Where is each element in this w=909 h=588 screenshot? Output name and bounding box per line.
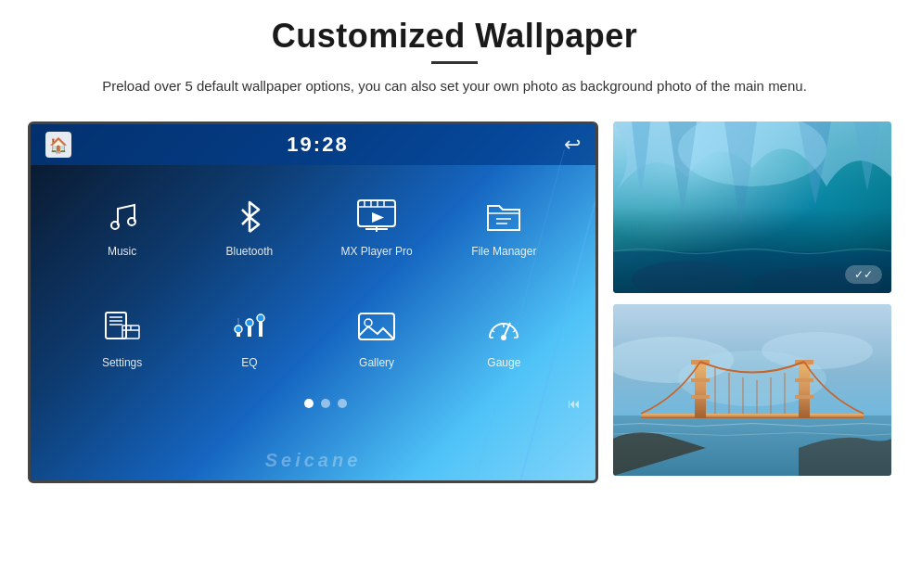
app-settings[interactable]: Settings (58, 295, 186, 378)
dot-2[interactable] (321, 399, 330, 408)
app-grid-row2: Settings (31, 276, 595, 388)
app-eq[interactable]: EQ (186, 295, 313, 378)
svg-point-39 (632, 261, 743, 293)
wallpaper-ice-cave[interactable]: ✓✓ (613, 121, 891, 293)
bluetooth-label: Bluetooth (226, 245, 274, 258)
dot-1[interactable] (304, 399, 314, 408)
eq-icon (226, 304, 273, 351)
svg-rect-51 (691, 378, 710, 382)
filemanager-icon (480, 193, 527, 239)
svg-point-28 (246, 319, 253, 326)
svg-line-38 (513, 330, 516, 332)
music-icon (99, 193, 146, 239)
wallpapers-column: ✓✓ (613, 121, 891, 476)
svg-rect-30 (359, 313, 394, 339)
svg-marker-8 (372, 212, 384, 223)
golden-gate-bg (613, 304, 891, 476)
gauge-label: Gauge (487, 356, 520, 369)
watermark: Seicane (265, 450, 362, 471)
app-filemanager[interactable]: File Manager (441, 184, 568, 267)
svg-rect-48 (641, 414, 864, 418)
svg-rect-56 (795, 395, 813, 399)
content-area: 🏠 19:28 ↩ Music (0, 107, 909, 492)
dot-3[interactable] (338, 399, 347, 408)
app-gallery[interactable]: Gallery (314, 295, 441, 378)
app-music[interactable]: Music (58, 184, 186, 267)
svg-point-33 (501, 335, 506, 340)
app-mxplayer[interactable]: MX Player Pro (314, 184, 441, 267)
mxplayer-label: MX Player Pro (340, 245, 412, 258)
gallery-label: Gallery (359, 356, 394, 369)
svg-rect-2 (358, 200, 395, 226)
screen-inner: 🏠 19:28 ↩ Music (31, 124, 595, 480)
svg-point-29 (257, 314, 264, 322)
bottom-bar: ⏮ (31, 388, 595, 419)
app-gauge[interactable]: Gauge (441, 295, 568, 378)
bluetooth-icon (226, 193, 273, 239)
svg-rect-55 (795, 378, 813, 382)
mxplayer-icon (353, 193, 400, 239)
music-label: Music (108, 245, 136, 258)
svg-rect-52 (691, 395, 710, 399)
top-bar: 🏠 19:28 ↩ (31, 124, 595, 165)
time-display: 19:28 (287, 133, 348, 157)
pagination-dots (304, 391, 347, 415)
car-screen: 🏠 19:28 ↩ Music (28, 121, 598, 483)
gauge-icon (480, 304, 527, 351)
back-icon[interactable]: ↩ (564, 133, 581, 157)
ice-cave-bg: ✓✓ (613, 121, 891, 293)
skip-back-icon[interactable]: ⏮ (568, 396, 581, 411)
eq-label: EQ (241, 356, 257, 369)
gallery-icon (353, 304, 400, 351)
settings-icon (99, 304, 146, 351)
page-subtitle: Preload over 5 default wallpaper options… (74, 75, 835, 97)
svg-point-41 (678, 121, 826, 186)
page-title: Customized Wallpaper (56, 17, 853, 56)
settings-label: Settings (102, 356, 142, 369)
app-bluetooth[interactable]: Bluetooth (186, 184, 313, 267)
title-divider (431, 61, 478, 64)
filemanager-label: File Manager (471, 245, 536, 258)
home-icon[interactable]: 🏠 (45, 132, 71, 158)
notification-badge[interactable]: ✓✓ (845, 265, 882, 284)
svg-point-27 (235, 326, 242, 333)
golden-gate-svg (613, 304, 891, 476)
page-header: Customized Wallpaper Preload over 5 defa… (0, 0, 909, 107)
app-grid-row1: Music Bluetooth (31, 165, 595, 276)
wallpaper-golden-gate[interactable] (613, 304, 891, 476)
